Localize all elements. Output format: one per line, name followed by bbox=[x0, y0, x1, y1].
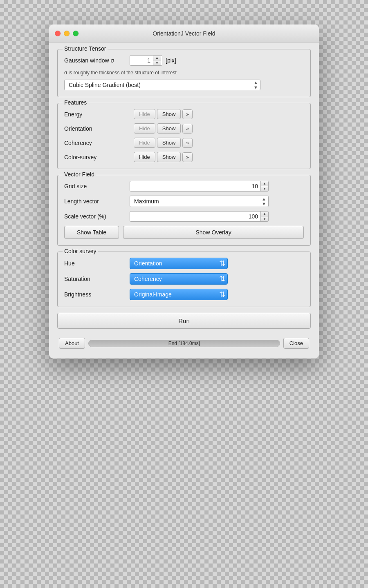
grid-size-up-btn[interactable]: ▲ bbox=[261, 181, 268, 186]
grid-size-input-wrap: ▲ ▼ bbox=[130, 181, 269, 192]
saturation-label: Saturation bbox=[64, 276, 130, 282]
gaussian-up-btn[interactable]: ▲ bbox=[153, 56, 161, 60]
energy-hide-btn[interactable]: Hide bbox=[134, 109, 155, 119]
about-btn[interactable]: About bbox=[59, 338, 85, 349]
show-table-btn[interactable]: Show Table bbox=[64, 226, 119, 239]
gaussian-input[interactable] bbox=[130, 56, 153, 65]
energy-show-btn[interactable]: Show bbox=[157, 109, 181, 119]
brightness-dropdown-wrap: Original-Image Orientation Coherency Ene… bbox=[130, 289, 228, 300]
grid-size-spinners: ▲ ▼ bbox=[260, 181, 268, 191]
color-survey-section: Color survey Hue Orientation Coherency E… bbox=[57, 252, 311, 307]
feature-colorsurvey-label: Color-survey bbox=[64, 154, 134, 160]
length-vector-row: Length vector Maximum Average Minimum ▲▼ bbox=[64, 196, 304, 207]
hue-row: Hue Orientation Coherency Energy Origina… bbox=[64, 258, 304, 269]
length-vector-label: Length vector bbox=[64, 198, 130, 205]
gaussian-hint: σ is roughly the thickness of the struct… bbox=[64, 70, 304, 76]
progress-label: End [184.0ms] bbox=[168, 341, 200, 346]
energy-more-btn[interactable]: » bbox=[182, 109, 193, 119]
sigma-input-wrap: ▲ ▼ bbox=[130, 55, 162, 66]
saturation-row: Saturation Coherency Orientation Energy … bbox=[64, 273, 304, 285]
brightness-label: Brightness bbox=[64, 291, 130, 298]
coherency-show-btn[interactable]: Show bbox=[157, 138, 181, 148]
structure-tensor-section: Structure Tensor Gaussian window σ ▲ ▼ [… bbox=[57, 49, 311, 97]
colorsurvey-more-btn[interactable]: » bbox=[182, 152, 193, 162]
gaussian-down-btn[interactable]: ▼ bbox=[153, 60, 161, 65]
orientation-hide-btn[interactable]: Hide bbox=[134, 123, 155, 134]
main-window: OrientationJ Vector Field Structure Tens… bbox=[49, 24, 319, 359]
feature-energy-label: Energy bbox=[64, 111, 134, 118]
colorsurvey-show-btn[interactable]: Show bbox=[157, 152, 181, 162]
gaussian-row: Gaussian window σ ▲ ▼ [pix] bbox=[64, 55, 304, 66]
grid-size-down-btn[interactable]: ▼ bbox=[261, 186, 268, 191]
feature-colorsurvey-btns: Hide Show » bbox=[134, 152, 193, 162]
gaussian-unit: [pix] bbox=[166, 57, 176, 64]
traffic-lights bbox=[55, 31, 79, 36]
grid-size-label: Grid size bbox=[64, 183, 130, 189]
length-vector-dropdown-wrap: Maximum Average Minimum ▲▼ bbox=[130, 196, 269, 207]
feature-orientation-btns: Hide Show » bbox=[134, 123, 193, 134]
scale-vector-label: Scale vector (%) bbox=[64, 213, 130, 220]
scale-vector-row: Scale vector (%) ▲ ▼ bbox=[64, 211, 304, 222]
brightness-row: Brightness Original-Image Orientation Co… bbox=[64, 289, 304, 300]
window-content: Structure Tensor Gaussian window σ ▲ ▼ [… bbox=[49, 42, 319, 359]
gradient-dropdown-wrap: Cubic Spline Gradient (best) Finite Diff… bbox=[64, 80, 260, 90]
action-buttons-row: Show Table Show Overlay bbox=[64, 226, 304, 239]
hue-dropdown[interactable]: Orientation Coherency Energy Original-Im… bbox=[130, 258, 228, 269]
vector-field-section: Vector Field Grid size ▲ ▼ Length vector… bbox=[57, 175, 311, 246]
titlebar: OrientationJ Vector Field bbox=[49, 24, 319, 42]
bottom-bar: About End [184.0ms] Close bbox=[57, 334, 311, 350]
length-vector-dropdown[interactable]: Maximum Average Minimum bbox=[130, 196, 269, 207]
hue-label: Hue bbox=[64, 260, 130, 267]
gaussian-label: Gaussian window σ bbox=[64, 57, 130, 64]
run-btn[interactable]: Run bbox=[57, 313, 311, 329]
show-overlay-btn[interactable]: Show Overlay bbox=[123, 226, 304, 239]
minimize-button[interactable] bbox=[64, 31, 70, 36]
grid-size-row: Grid size ▲ ▼ bbox=[64, 181, 304, 192]
coherency-hide-btn[interactable]: Hide bbox=[134, 138, 155, 148]
orientation-more-btn[interactable]: » bbox=[182, 124, 193, 134]
brightness-dropdown[interactable]: Original-Image Orientation Coherency Ene… bbox=[130, 289, 228, 300]
gradient-row: Cubic Spline Gradient (best) Finite Diff… bbox=[64, 80, 304, 90]
orientation-show-btn[interactable]: Show bbox=[157, 123, 181, 134]
saturation-dropdown[interactable]: Coherency Orientation Energy Original-Im… bbox=[130, 273, 228, 285]
gradient-dropdown[interactable]: Cubic Spline Gradient (best) Finite Diff… bbox=[64, 80, 260, 90]
close-button[interactable] bbox=[55, 31, 61, 36]
hue-dropdown-wrap: Orientation Coherency Energy Original-Im… bbox=[130, 258, 228, 269]
saturation-dropdown-wrap: Coherency Orientation Energy Original-Im… bbox=[130, 273, 228, 285]
feature-orientation-label: Orientation bbox=[64, 125, 134, 132]
window-title: OrientationJ Vector Field bbox=[153, 30, 215, 37]
feature-energy-btns: Hide Show » bbox=[134, 109, 193, 119]
gaussian-spinners: ▲ ▼ bbox=[153, 56, 161, 65]
scale-vector-spinners: ▲ ▼ bbox=[260, 212, 268, 221]
scale-vector-input-wrap: ▲ ▼ bbox=[130, 211, 269, 222]
colorsurvey-hide-btn[interactable]: Hide bbox=[134, 152, 155, 162]
feature-energy-row: Energy Hide Show » bbox=[64, 109, 304, 119]
feature-colorsurvey-row: Color-survey Hide Show » bbox=[64, 152, 304, 162]
features-section: Features Energy Hide Show » Orientation … bbox=[57, 103, 311, 169]
dialog-close-btn[interactable]: Close bbox=[283, 338, 309, 349]
color-survey-label: Color survey bbox=[63, 248, 98, 254]
structure-tensor-label: Structure Tensor bbox=[63, 45, 108, 52]
feature-coherency-label: Coherency bbox=[64, 140, 134, 146]
feature-coherency-btns: Hide Show » bbox=[134, 138, 193, 148]
feature-orientation-row: Orientation Hide Show » bbox=[64, 123, 304, 134]
scale-vector-input[interactable] bbox=[130, 212, 260, 221]
maximize-button[interactable] bbox=[73, 31, 79, 36]
grid-size-input[interactable] bbox=[130, 181, 260, 191]
vector-field-label: Vector Field bbox=[63, 171, 96, 178]
scale-vector-down-btn[interactable]: ▼ bbox=[261, 216, 268, 221]
feature-coherency-row: Coherency Hide Show » bbox=[64, 138, 304, 148]
progress-bar: End [184.0ms] bbox=[88, 340, 280, 347]
coherency-more-btn[interactable]: » bbox=[182, 138, 193, 148]
features-label: Features bbox=[63, 99, 88, 106]
scale-vector-up-btn[interactable]: ▲ bbox=[261, 212, 268, 216]
